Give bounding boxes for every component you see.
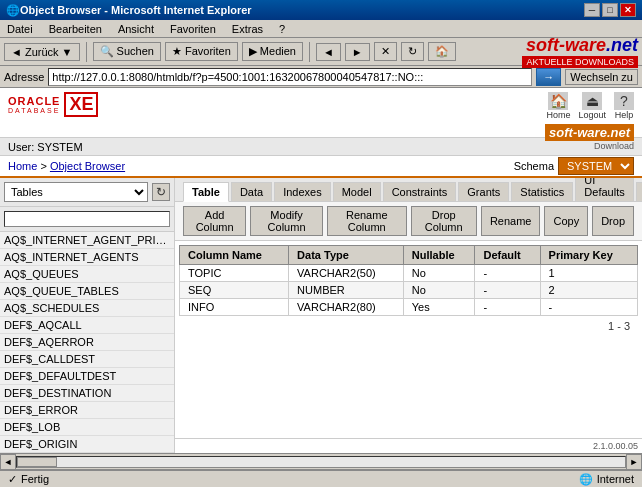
- cell-seq-name: SEQ: [180, 282, 289, 299]
- cell-topic-type: VARCHAR2(50): [289, 265, 404, 282]
- home-nav-label: Home: [546, 110, 570, 120]
- refresh-list-button[interactable]: ↻: [152, 183, 170, 201]
- go-button[interactable]: →: [536, 68, 561, 86]
- status-icon: ✓: [8, 473, 17, 486]
- nav-button-3[interactable]: ✕: [374, 42, 397, 61]
- drop-button[interactable]: Drop: [592, 206, 634, 236]
- logout-icon-nav[interactable]: ⏏ Logout: [578, 92, 606, 120]
- scroll-right-button[interactable]: ►: [626, 454, 642, 470]
- breadcrumb-current[interactable]: Object Browser: [50, 160, 125, 172]
- cell-info-type: VARCHAR2(80): [289, 299, 404, 316]
- address-input[interactable]: [48, 68, 532, 86]
- back-button[interactable]: ◄ Zurück ▼: [4, 43, 80, 61]
- table-select-row: Tables ↻: [0, 178, 174, 207]
- nav-button-2[interactable]: ►: [345, 43, 370, 61]
- tab-triggers[interactable]: Triggers: [636, 182, 642, 201]
- logout-nav-label: Logout: [578, 110, 606, 120]
- list-item[interactable]: DEF$_ERROR: [0, 402, 174, 419]
- tab-model[interactable]: Model: [333, 182, 381, 201]
- list-item[interactable]: DEF$_LOB: [0, 419, 174, 436]
- tab-data[interactable]: Data: [231, 182, 272, 201]
- bottom-scrollbar[interactable]: ◄ ►: [0, 453, 642, 469]
- tab-table[interactable]: Table: [183, 182, 229, 202]
- list-item[interactable]: AQ$_INTERNET_AGENT_PRIVS: [0, 232, 174, 249]
- scroll-track[interactable]: [16, 456, 626, 468]
- refresh-button[interactable]: ↻: [401, 42, 424, 61]
- list-item[interactable]: DEF$_ORIGIN: [0, 436, 174, 453]
- help-icon-nav[interactable]: ? Help: [614, 92, 634, 120]
- schema-bar: Schema SYSTEM: [514, 157, 634, 175]
- list-item[interactable]: AQ$_SCHEDULES: [0, 300, 174, 317]
- row-count: 1 - 3: [179, 316, 638, 336]
- scroll-left-button[interactable]: ◄: [0, 454, 16, 470]
- cell-topic-name: TOPIC: [180, 265, 289, 282]
- wechseln-button[interactable]: Wechseln zu: [565, 69, 638, 85]
- copy-button[interactable]: Copy: [544, 206, 588, 236]
- cell-topic-pk: 1: [540, 265, 637, 282]
- nav-button-1[interactable]: ◄: [316, 43, 341, 61]
- favorites-button[interactable]: ★ Favoriten: [165, 42, 238, 61]
- scroll-thumb[interactable]: [17, 457, 57, 467]
- schema-select[interactable]: SYSTEM: [558, 157, 634, 175]
- col-header-column-name: Column Name: [180, 246, 289, 265]
- cell-topic-default: -: [475, 265, 540, 282]
- tab-indexes[interactable]: Indexes: [274, 182, 331, 201]
- rename-column-button[interactable]: Rename Column: [327, 206, 407, 236]
- minimize-button[interactable]: ─: [584, 3, 600, 17]
- search-row: [0, 207, 174, 232]
- breadcrumb-separator: >: [40, 160, 46, 172]
- cell-seq-pk: 2: [540, 282, 637, 299]
- tab-statistics[interactable]: Statistics: [511, 182, 573, 201]
- menu-extras[interactable]: Extras: [229, 22, 266, 36]
- data-table-container: Column Name Data Type Nullable Default P…: [175, 241, 642, 438]
- list-item[interactable]: DEF$_AQERROR: [0, 334, 174, 351]
- list-item[interactable]: DEF$_DESTINATION: [0, 385, 174, 402]
- list-item[interactable]: DEF$_CALLDEST: [0, 351, 174, 368]
- schema-label: Schema: [514, 160, 554, 172]
- close-button[interactable]: ✕: [620, 3, 636, 17]
- title-bar-icon: 🌐: [6, 4, 20, 17]
- status-label: Fertig: [21, 473, 49, 485]
- tab-bar: Table Data Indexes Model Constraints Gra…: [175, 178, 642, 202]
- add-column-button[interactable]: Add Column: [183, 206, 246, 236]
- action-bar: Add Column Modify Column Rename Column D…: [175, 202, 642, 241]
- tab-grants[interactable]: Grants: [458, 182, 509, 201]
- home-icon-nav[interactable]: 🏠 Home: [546, 92, 570, 120]
- cell-info-nullable: Yes: [403, 299, 475, 316]
- menu-datei[interactable]: Datei: [4, 22, 36, 36]
- table-type-select[interactable]: Tables: [4, 182, 148, 202]
- media-button[interactable]: ▶ Medien: [242, 42, 303, 61]
- table-search-input[interactable]: [4, 211, 170, 227]
- oracle-logo-text: ORACLE DATABASE: [8, 95, 60, 114]
- right-panel: Table Data Indexes Model Constraints Gra…: [175, 178, 642, 453]
- title-bar-text: Object Browser - Microsoft Internet Expl…: [20, 4, 252, 16]
- modify-column-button[interactable]: Modify Column: [250, 206, 323, 236]
- search-button[interactable]: 🔍 Suchen: [93, 42, 161, 61]
- cell-seq-default: -: [475, 282, 540, 299]
- title-bar: 🌐 Object Browser - Microsoft Internet Ex…: [0, 0, 642, 20]
- menu-favoriten[interactable]: Favoriten: [167, 22, 219, 36]
- content-area: Tables ↻ AQ$_INTERNET_AGENT_PRIVS AQ$_IN…: [0, 178, 642, 453]
- cell-info-name: INFO: [180, 299, 289, 316]
- home-nav-button[interactable]: 🏠: [428, 42, 456, 61]
- list-item[interactable]: AQ$_QUEUE_TABLES: [0, 283, 174, 300]
- menu-ansicht[interactable]: Ansicht: [115, 22, 157, 36]
- status-right: 🌐 Internet: [579, 473, 634, 486]
- title-bar-controls: ─ □ ✕: [584, 3, 636, 17]
- toolbar-logo: soft-ware.net AKTUELLE DOWNLOADS: [522, 35, 638, 68]
- list-item[interactable]: DEF$_AQCALL: [0, 317, 174, 334]
- maximize-button[interactable]: □: [602, 3, 618, 17]
- menu-bearbeiten[interactable]: Bearbeiten: [46, 22, 105, 36]
- drop-column-button[interactable]: Drop Column: [411, 206, 477, 236]
- sw-logo-right: soft-ware.net Download: [545, 124, 634, 151]
- toolbar-separator-2: [309, 42, 310, 62]
- list-item[interactable]: DEF$_DEFAULTDEST: [0, 368, 174, 385]
- rename-button[interactable]: Rename: [481, 206, 541, 236]
- breadcrumb-home[interactable]: Home: [8, 160, 37, 172]
- tab-constraints[interactable]: Constraints: [383, 182, 457, 201]
- menu-help[interactable]: ?: [276, 22, 288, 36]
- list-item[interactable]: AQ$_QUEUES: [0, 266, 174, 283]
- list-item[interactable]: AQ$_INTERNET_AGENTS: [0, 249, 174, 266]
- toolbar-separator-1: [86, 42, 87, 62]
- tab-ui-defaults[interactable]: UI Defaults: [575, 178, 633, 201]
